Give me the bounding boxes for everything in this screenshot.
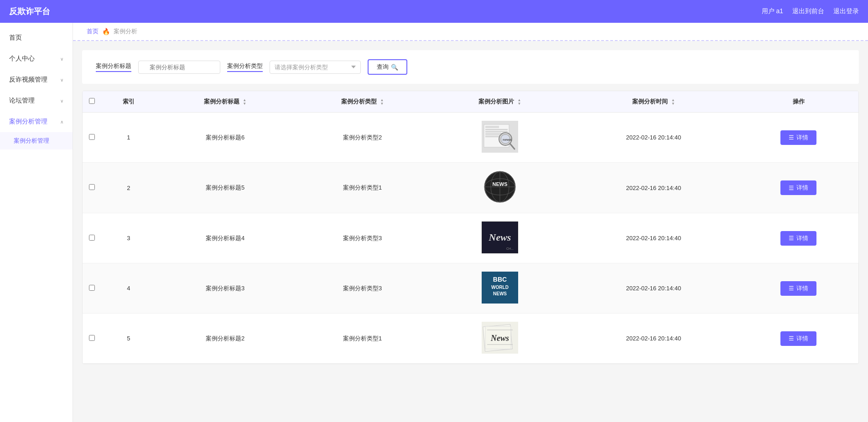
detail-button-5[interactable]: ☰ 详情 bbox=[780, 331, 816, 346]
detail-button-2[interactable]: ☰ 详情 bbox=[780, 180, 816, 195]
news-image-3: News CH... bbox=[482, 221, 518, 253]
row-action: ☰ 详情 bbox=[738, 163, 858, 213]
svg-rect-7 bbox=[485, 136, 499, 137]
row-title: 案例分析标题2 bbox=[156, 314, 294, 364]
sort-icon[interactable]: ▲▼ bbox=[518, 98, 521, 106]
nav-actions: 用户 a1 退出到前台 退出登录 bbox=[762, 7, 859, 15]
row-checkbox-cell bbox=[83, 163, 101, 213]
top-nav: 反欺诈平台 用户 a1 退出到前台 退出登录 bbox=[0, 0, 868, 23]
filter-title-input-wrap: 🔍 bbox=[138, 61, 220, 74]
svg-rect-5 bbox=[485, 133, 501, 134]
row-checkbox-cell bbox=[83, 314, 101, 364]
svg-rect-4 bbox=[485, 131, 508, 132]
query-search-icon: 🔍 bbox=[391, 64, 398, 71]
svg-text:NEWS: NEWS bbox=[493, 291, 507, 296]
select-all-checkbox[interactable] bbox=[89, 98, 95, 104]
main-content: 首页 🔥 案例分析 案例分析标题 🔍 案例分析类型 请选择案例分析类型 案例分析… bbox=[73, 23, 868, 422]
row-index: 1 bbox=[101, 113, 156, 163]
row-index: 2 bbox=[101, 163, 156, 213]
row-time: 2022-02-16 20:14:40 bbox=[568, 263, 738, 314]
svg-rect-3 bbox=[485, 129, 508, 130]
sort-icon[interactable]: ▲▼ bbox=[243, 98, 246, 106]
row-checkbox[interactable] bbox=[89, 134, 95, 140]
table-row: 2 案例分析标题5 案例分析类型1 bbox=[83, 163, 858, 213]
filter-bar: 案例分析标题 🔍 案例分析类型 请选择案例分析类型 案例分析类型1 案例分析类型… bbox=[82, 50, 859, 84]
sidebar: 首页 个人中心 ∨ 反诈视频管理 ∨ 论坛管理 ∨ 案例分析管理 ∧ 案例分析管… bbox=[0, 23, 73, 422]
sidebar-item-personal[interactable]: 个人中心 ∨ bbox=[0, 48, 73, 69]
detail-button-1[interactable]: ☰ 详情 bbox=[780, 130, 816, 145]
row-checkbox[interactable] bbox=[89, 285, 95, 291]
th-image: 案例分析图片 ▲▼ bbox=[431, 91, 568, 113]
fire-icon: 🔥 bbox=[102, 28, 110, 35]
sidebar-item-home[interactable]: 首页 bbox=[0, 27, 73, 48]
row-type: 案例分析类型3 bbox=[294, 213, 431, 263]
row-title: 案例分析标题3 bbox=[156, 263, 294, 314]
sidebar-sub-item-case[interactable]: 案例分析管理 bbox=[0, 132, 73, 149]
nav-exit-login-button[interactable]: 退出登录 bbox=[833, 7, 859, 15]
svg-text:BBC: BBC bbox=[493, 276, 507, 283]
svg-text:NEWS: NEWS bbox=[492, 181, 507, 187]
news-image-1: news bbox=[482, 121, 518, 153]
th-title: 案例分析标题 ▲▼ bbox=[156, 91, 294, 113]
filter-title-input[interactable] bbox=[138, 61, 220, 74]
sidebar-item-case[interactable]: 案例分析管理 ∧ bbox=[0, 111, 73, 132]
th-action: 操作 bbox=[738, 91, 858, 113]
row-checkbox[interactable] bbox=[89, 235, 95, 241]
sidebar-item-forum[interactable]: 论坛管理 ∨ bbox=[0, 90, 73, 111]
layout: 首页 个人中心 ∨ 反诈视频管理 ∨ 论坛管理 ∨ 案例分析管理 ∧ 案例分析管… bbox=[0, 23, 868, 422]
row-title: 案例分析标题4 bbox=[156, 213, 294, 263]
row-checkbox-cell bbox=[83, 263, 101, 314]
query-button[interactable]: 查询 🔍 bbox=[368, 59, 407, 75]
sort-icon[interactable]: ▲▼ bbox=[671, 98, 675, 106]
table-wrap: 索引 案例分析标题 ▲▼ 案例分析类型 ▲▼ 案例分析图片 ▲▼ bbox=[82, 91, 859, 364]
row-time: 2022-02-16 20:14:40 bbox=[568, 213, 738, 263]
sort-icon[interactable]: ▲▼ bbox=[380, 98, 384, 106]
detail-icon: ☰ bbox=[789, 134, 794, 141]
row-image: NEWS bbox=[431, 163, 568, 213]
case-table: 索引 案例分析标题 ▲▼ 案例分析类型 ▲▼ 案例分析图片 ▲▼ bbox=[83, 91, 858, 364]
row-action: ☰ 详情 bbox=[738, 113, 858, 163]
row-checkbox[interactable] bbox=[89, 335, 95, 341]
detail-button-4[interactable]: ☰ 详情 bbox=[780, 281, 816, 296]
breadcrumb-home[interactable]: 首页 bbox=[87, 27, 99, 36]
table-row: 4 案例分析标题3 案例分析类型3 BBC WORLD NEWS bbox=[83, 263, 858, 314]
row-image: News CH... bbox=[431, 213, 568, 263]
table-row: 1 案例分析标题6 案例分析类型2 bbox=[83, 113, 858, 163]
row-image: News bbox=[431, 314, 568, 364]
detail-icon: ☰ bbox=[789, 185, 794, 191]
filter-type-select[interactable]: 请选择案例分析类型 案例分析类型1 案例分析类型2 案例分析类型3 bbox=[270, 61, 361, 74]
chevron-down-icon: ∨ bbox=[60, 57, 63, 62]
row-index: 4 bbox=[101, 263, 156, 314]
detail-button-3[interactable]: ☰ 详情 bbox=[780, 231, 816, 246]
chevron-down-icon: ∨ bbox=[60, 77, 63, 82]
svg-text:news: news bbox=[503, 138, 512, 142]
row-time: 2022-02-16 20:14:40 bbox=[568, 314, 738, 364]
svg-text:News: News bbox=[490, 334, 509, 343]
sidebar-item-anti-video[interactable]: 反诈视频管理 ∨ bbox=[0, 69, 73, 90]
th-type: 案例分析类型 ▲▼ bbox=[294, 91, 431, 113]
th-index: 索引 bbox=[101, 91, 156, 113]
nav-user: 用户 a1 bbox=[762, 7, 783, 15]
row-image: BBC WORLD NEWS bbox=[431, 263, 568, 314]
row-checkbox-cell bbox=[83, 113, 101, 163]
svg-text:CH...: CH... bbox=[506, 247, 514, 250]
th-checkbox bbox=[83, 91, 101, 113]
app-title: 反欺诈平台 bbox=[9, 6, 50, 17]
row-type: 案例分析类型3 bbox=[294, 263, 431, 314]
row-index: 5 bbox=[101, 314, 156, 364]
news-image-4: BBC WORLD NEWS bbox=[482, 272, 518, 304]
nav-exit-front-button[interactable]: 退出到前台 bbox=[792, 7, 824, 15]
row-action: ☰ 详情 bbox=[738, 213, 858, 263]
row-type: 案例分析类型1 bbox=[294, 163, 431, 213]
row-checkbox[interactable] bbox=[89, 184, 95, 190]
row-title: 案例分析标题5 bbox=[156, 163, 294, 213]
svg-text:WORLD: WORLD bbox=[491, 285, 509, 290]
breadcrumb: 首页 🔥 案例分析 bbox=[73, 23, 868, 41]
row-image: news bbox=[431, 113, 568, 163]
th-time: 案例分析时间 ▲▼ bbox=[568, 91, 738, 113]
row-title: 案例分析标题6 bbox=[156, 113, 294, 163]
row-checkbox-cell bbox=[83, 213, 101, 263]
table-row: 3 案例分析标题4 案例分析类型3 News CH... bbox=[83, 213, 858, 263]
news-image-2: NEWS bbox=[482, 171, 518, 203]
row-time: 2022-02-16 20:14:40 bbox=[568, 163, 738, 213]
